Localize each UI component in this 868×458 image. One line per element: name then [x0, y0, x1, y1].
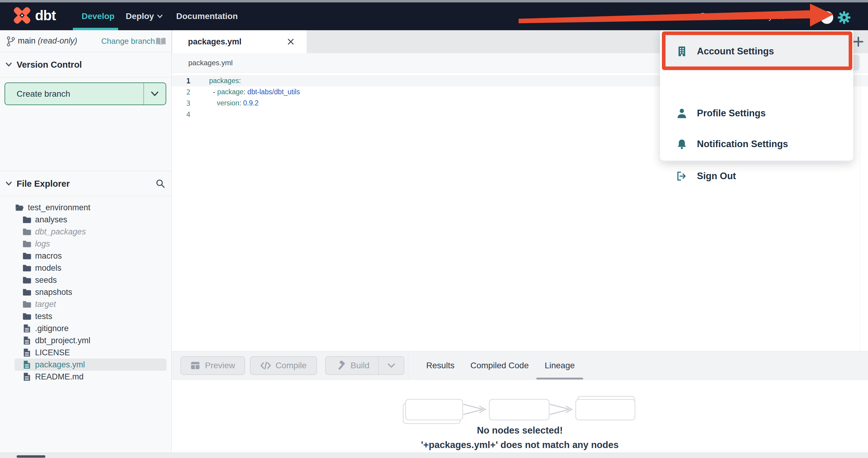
- folder-icon: [22, 251, 31, 260]
- nav-item-documentation[interactable]: Documentation: [176, 2, 238, 30]
- tree-item-label: test_environment: [28, 203, 90, 212]
- tree-item-target[interactable]: target: [14, 298, 166, 310]
- file-icon: [22, 324, 31, 333]
- compile-button[interactable]: Compile: [250, 356, 317, 375]
- preview-label: Preview: [205, 361, 235, 370]
- preview-button[interactable]: Preview: [180, 356, 245, 375]
- horizontal-scrollbar-thumb[interactable]: [17, 455, 45, 458]
- new-tab-plus-icon[interactable]: [853, 36, 864, 47]
- tree-item-label: seeds: [35, 275, 57, 285]
- editor-scroll-track[interactable]: [860, 72, 860, 351]
- folder-icon: [22, 239, 31, 248]
- tree-item-dbt-project-yml[interactable]: dbt_project.yml: [14, 334, 166, 347]
- tree-item-label: snapshots: [35, 288, 72, 297]
- tree-item-packages-yml[interactable]: packages.yml: [14, 359, 166, 371]
- dbt-logo-icon: [13, 7, 31, 24]
- tree-item-label: target: [35, 300, 56, 309]
- tree-item-license[interactable]: LICENSE: [14, 347, 166, 359]
- menu-item-notification-settings[interactable]: Notification Settings: [660, 129, 853, 159]
- tree-item-analyses[interactable]: analyses: [14, 214, 166, 226]
- tree-item-logs[interactable]: logs: [14, 238, 166, 250]
- version-control-header[interactable]: Version Control: [0, 52, 172, 77]
- tree-item-label: dbt_packages: [35, 227, 86, 236]
- window-top-strip: [0, 0, 868, 2]
- tree-item-tests[interactable]: tests: [14, 310, 166, 322]
- build-hammer-icon: [336, 361, 346, 370]
- file-icon: [22, 348, 31, 357]
- tab-lineage[interactable]: Lineage: [536, 351, 583, 380]
- tree-item-label: .gitignore: [35, 324, 69, 333]
- file-icon: [22, 336, 31, 345]
- tree-item-label: logs: [35, 239, 50, 249]
- folder-icon: [22, 312, 31, 321]
- branch-mode: (read-only): [38, 36, 78, 45]
- close-icon[interactable]: [286, 37, 295, 46]
- left-sidebar: main (read-only) Change branch Version C…: [0, 30, 172, 453]
- sign-out-label-notification: Notification Settings: [697, 139, 788, 150]
- profile-settings-label: Profile Settings: [697, 108, 766, 119]
- lineage-empty-subtitle: '+packages.yml+' does not match any node…: [172, 439, 868, 451]
- preview-table-icon: [190, 361, 200, 370]
- lineage-empty-title: No nodes selected!: [172, 425, 868, 436]
- code-token: :: [239, 77, 241, 85]
- line-number: 1: [172, 77, 196, 85]
- tab-compiled-code[interactable]: Compiled Code: [470, 351, 529, 380]
- sign-out-icon: [676, 171, 687, 182]
- code-token: packages: [209, 77, 239, 85]
- tree-item-dbt-packages[interactable]: dbt_packages: [14, 226, 166, 238]
- nav-item-deploy[interactable]: Deploy: [126, 2, 163, 30]
- tree-item-label: macros: [35, 251, 62, 261]
- account-selector[interactable]: dbt Labs / Analytics: [701, 2, 785, 30]
- menu-item-sign-out[interactable]: Sign Out: [660, 161, 853, 191]
- docs-book-icon[interactable]: [155, 37, 166, 46]
- nav-item-develop[interactable]: Develop: [82, 2, 115, 30]
- top-navbar: dbt Develop Deploy Documentation dbt Lab…: [0, 2, 868, 30]
- search-icon[interactable]: [155, 178, 166, 189]
- divider: [408, 351, 408, 380]
- divider: [0, 196, 172, 196]
- tree-item-snapshots[interactable]: snapshots: [14, 286, 166, 298]
- tree-item-seeds[interactable]: seeds: [14, 274, 166, 286]
- dbt-logo[interactable]: dbt: [13, 7, 56, 24]
- code-token: version: [217, 99, 239, 107]
- change-branch-link[interactable]: Change branch: [101, 37, 155, 46]
- line-number: 3: [172, 99, 196, 107]
- menu-divider: [660, 160, 853, 160]
- menu-item-account-settings[interactable]: Account Settings: [660, 36, 853, 66]
- tree-item--gitignore[interactable]: .gitignore: [14, 322, 166, 334]
- account-label: dbt Labs / Analytics: [714, 12, 785, 21]
- file-explorer-header[interactable]: File Explorer: [0, 171, 172, 196]
- code-token: [209, 99, 217, 107]
- tree-item-models[interactable]: models: [14, 262, 166, 274]
- version-control-title: Version Control: [17, 60, 82, 69]
- build-options-caret[interactable]: [378, 357, 404, 374]
- code-text: - package: dbt-labs/dbt_utils: [196, 88, 300, 96]
- tab-packages-yml[interactable]: packages.yml: [172, 30, 307, 53]
- chevron-down-icon: [388, 363, 395, 368]
- folder-icon: [22, 215, 31, 224]
- folder-icon: [701, 12, 711, 21]
- tree-item-test-environment[interactable]: test_environment: [14, 201, 166, 214]
- menu-item-profile-settings[interactable]: Profile Settings: [660, 98, 853, 128]
- build-button[interactable]: Build: [325, 356, 404, 375]
- indent-guide: [218, 87, 219, 108]
- chevron-down-icon: [5, 181, 12, 186]
- folder-open-icon: [15, 203, 24, 212]
- code-token: :: [244, 88, 248, 96]
- create-branch-button[interactable]: Create branch: [4, 83, 166, 105]
- tree-item-macros[interactable]: macros: [14, 250, 166, 262]
- chevron-down-icon: [157, 14, 163, 19]
- folder-icon: [22, 227, 31, 236]
- nav-deploy-label: Deploy: [126, 11, 154, 21]
- tree-item-label: tests: [35, 312, 52, 321]
- help-icon[interactable]: [820, 11, 833, 24]
- code-text: packages:: [196, 77, 241, 85]
- tree-item-readme-md[interactable]: README.md: [14, 371, 166, 383]
- gear-icon[interactable]: [837, 11, 851, 24]
- branch-row: main (read-only) Change branch: [0, 30, 172, 52]
- create-branch-caret-button[interactable]: [144, 83, 166, 104]
- breadcrumb: packages.yml: [188, 59, 233, 67]
- branch-name: main: [18, 36, 36, 45]
- tree-item-label: README.md: [35, 372, 84, 382]
- tab-results[interactable]: Results: [422, 351, 459, 380]
